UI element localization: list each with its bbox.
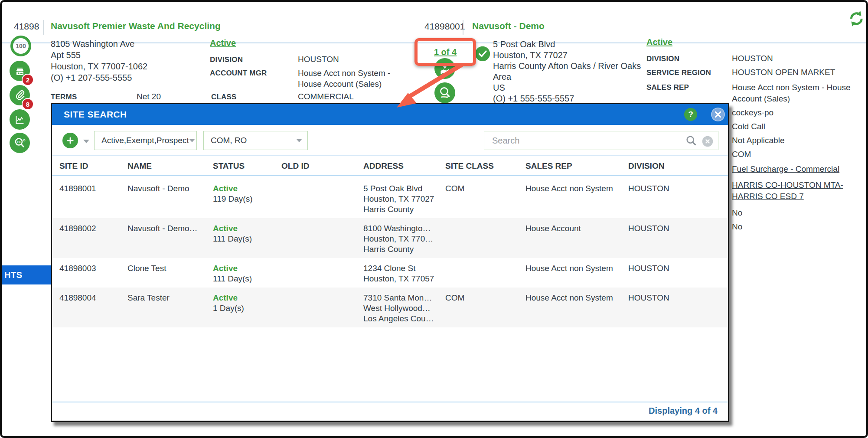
site-status-link[interactable]: Active [646, 37, 672, 47]
cell-name: Navusoft - Demo [127, 183, 213, 215]
record-count: Displaying 4 of 4 [649, 406, 718, 416]
cell-site-class: COM [445, 183, 525, 215]
chevron-down-icon [296, 139, 302, 142]
search-icon[interactable] [685, 134, 698, 147]
cell-address: 1234 Clone St Houston, TX 77057 [363, 263, 445, 284]
cell-address: 8100 Washingto… Houston, TX 770… Harris … [363, 223, 445, 255]
score-value: 100 [16, 42, 26, 49]
col-sales-rep[interactable]: SALES REP [525, 161, 628, 171]
cell-sales-rep: House Account [525, 223, 628, 255]
site-class-value: COM [732, 150, 751, 159]
modal-title: SITE SEARCH [64, 104, 127, 125]
cell-status: Active 1 Day(s) [213, 293, 281, 324]
terms-value: Net 20 [137, 92, 161, 101]
audit-search-icon[interactable]: OI O [10, 133, 30, 153]
col-status[interactable]: STATUS [213, 161, 281, 171]
status-filter-value: Active,Exempt,Prospect [101, 136, 189, 145]
cell-site-class: COM [445, 293, 525, 324]
cell-name: Sara Tester [127, 293, 213, 324]
table-row[interactable]: 41898002 Navusoft - Demo… Active 111 Day… [52, 218, 728, 258]
site-name: Navusoft - Demo [472, 21, 545, 31]
header-divider-2 [463, 20, 463, 35]
col-division[interactable]: DIVISION [628, 161, 728, 171]
site-search-modal: SITE SEARCH ? Active,Exempt,Prospect [51, 103, 729, 422]
tax-district-link[interactable]: HARRIS CO-HOUSTON MTA-HARRIS CO ESD 7 [732, 180, 847, 202]
cell-name: Clone Test [127, 263, 213, 284]
site-country: US [493, 82, 505, 93]
class-filter-dropdown[interactable]: COM, RO [203, 131, 308, 150]
site-division-label: DIVISION [646, 55, 679, 63]
account-status-link[interactable]: Active [210, 38, 236, 48]
header-divider [43, 20, 44, 35]
class-value: COMMERCIAL [298, 92, 354, 101]
table-body: 41898001 Navusoft - Demo Active 119 Day(… [52, 178, 728, 327]
not-applicable-value: Not Applicable [732, 136, 784, 145]
cell-status: Active 119 Day(s) [213, 183, 281, 215]
analytics-chart-icon[interactable] [10, 109, 30, 130]
cell-site-id: 41898002 [59, 223, 127, 255]
close-icon[interactable] [711, 108, 725, 121]
cell-old-id [281, 183, 363, 215]
col-old-id[interactable]: OLD ID [281, 161, 363, 171]
add-site-button[interactable] [62, 133, 78, 148]
add-site-caret-icon[interactable] [83, 140, 89, 143]
cell-old-id [281, 293, 363, 324]
lead-source-value: Cold Call [732, 122, 765, 131]
help-icon[interactable]: ? [684, 108, 697, 121]
cell-name: Navusoft - Demo… [127, 223, 213, 255]
attachments-badge: 8 [22, 98, 34, 110]
site-address-line: Harris County Afton Oaks / River Oaks Ar… [493, 61, 647, 82]
col-site-id[interactable]: SITE ID [59, 161, 127, 171]
fuel-surcharge-link[interactable]: Fuel Surcharge - Commercial [732, 163, 839, 175]
class-label: CLASS [211, 93, 237, 101]
cell-site-id: 41898004 [59, 293, 127, 324]
cell-division: HOUSTON [628, 293, 728, 324]
web-search-icon[interactable]: www [434, 82, 455, 103]
site-pager-link[interactable]: 1 of 4 [434, 47, 457, 57]
sales-rep-value: House Acct non System - House Account (S… [732, 82, 862, 105]
modal-titlebar: SITE SEARCH ? [52, 104, 728, 125]
refresh-icon[interactable] [846, 9, 866, 29]
clear-search-icon[interactable] [702, 135, 714, 147]
billing-badge: 2 [22, 74, 34, 86]
status-filter-dropdown[interactable]: Active,Exempt,Prospect [94, 131, 197, 150]
svg-text:O: O [23, 139, 26, 142]
search-input[interactable] [484, 131, 718, 150]
table-row[interactable]: 41898004 Sara Tester Active 1 Day(s) 731… [52, 288, 728, 327]
terms-label: TERMS [51, 93, 77, 101]
tab-highlights[interactable]: HTS [2, 265, 51, 284]
table-row[interactable]: 41898003 Clone Test Active 111 Day(s) 12… [52, 258, 728, 288]
verified-check-icon [475, 46, 490, 61]
po-value: cockeys-po [732, 108, 773, 118]
svg-text:www: www [441, 95, 449, 98]
table-header: SITE ID NAME STATUS OLD ID ADDRESS SITE … [52, 157, 728, 176]
col-name[interactable]: NAME [127, 161, 213, 171]
cell-site-class [445, 223, 525, 255]
score-gauge[interactable]: 100 [10, 36, 31, 56]
site-id: 41898001 [424, 21, 465, 32]
account-address-line: Houston, TX 77007-1062 [51, 61, 147, 72]
cell-old-id [281, 263, 363, 284]
cell-status: Active 111 Day(s) [213, 223, 281, 255]
svg-text:OI: OI [17, 140, 20, 143]
site-division-value: HOUSTON [732, 54, 773, 63]
division-value: HOUSTON [298, 55, 339, 64]
account-id: 41898 [14, 21, 39, 32]
site-address-line: Houston, TX 77027 [493, 50, 568, 61]
col-site-class[interactable]: SITE CLASS [445, 161, 525, 171]
service-region-value: HOUSTON OPEN MARKET [732, 68, 835, 77]
modal-footer: Displaying 4 of 4 [52, 402, 728, 421]
account-mgr-label: ACCOUNT MGR [210, 69, 267, 78]
division-label: DIVISION [210, 56, 243, 64]
account-mgr-value: House Acct non System - House Account (S… [298, 68, 400, 89]
cell-sales-rep: House Acct non System [525, 293, 628, 324]
annotation-highlight-box: 1 of 4 [414, 38, 476, 66]
account-address-line: 8105 Washington Ave [51, 38, 134, 49]
cell-site-class [445, 263, 525, 284]
col-address[interactable]: ADDRESS [363, 161, 445, 171]
flag-value: No [732, 208, 742, 218]
cell-old-id [281, 223, 363, 255]
cell-sales-rep: House Acct non System [525, 183, 628, 215]
cell-division: HOUSTON [628, 263, 728, 284]
table-row[interactable]: 41898001 Navusoft - Demo Active 119 Day(… [52, 178, 728, 218]
